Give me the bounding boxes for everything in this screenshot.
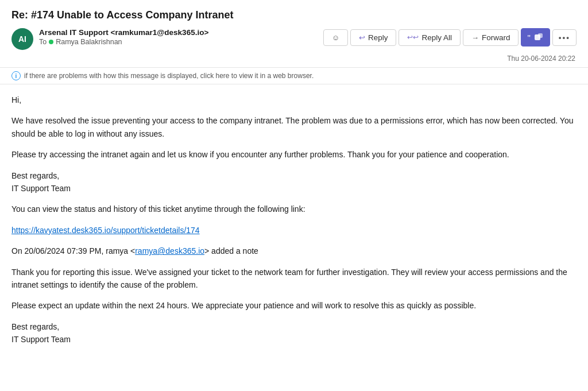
ticket-link[interactable]: https://kavyatest.desk365.io/support/tic…: [11, 226, 200, 235]
email-timestamp: Thu 20-06-2024 20:22: [507, 55, 575, 63]
timestamp-row: Thu 20-06-2024 20:22: [11, 55, 577, 63]
sender-to: To Ramya Balakrishnan: [39, 38, 208, 46]
reply-all-button[interactable]: ↩↩ Reply All: [399, 29, 461, 46]
forward-button[interactable]: → Forward: [463, 29, 519, 46]
email-header: Re: #174 Unable to Access Company Intran…: [0, 0, 588, 68]
more-options-button[interactable]: •••: [552, 29, 577, 46]
email-body[interactable]: Hi, We have resolved the issue preventin…: [0, 84, 588, 391]
note-email-link[interactable]: ramya@desk365.io: [135, 246, 204, 255]
ticket-link-paragraph: https://kavyatest.desk365.io/support/tic…: [11, 224, 577, 237]
online-status-dot: [49, 40, 53, 44]
note-intro-paragraph: On 20/06/2024 07:39 PM, ramya <ramya@des…: [11, 245, 577, 257]
info-bar: i if there are problems with how this me…: [0, 68, 588, 84]
action-buttons: ☺ Reply ↩↩ Reply All → Forward ": [323, 28, 577, 47]
ticket-text-paragraph: You can view the status and history of t…: [11, 203, 577, 215]
reply-icon: [359, 33, 365, 42]
more-icon: •••: [559, 33, 570, 42]
sender-name: Arsenal IT Support <ramkumar1@desk365.io…: [39, 28, 208, 37]
reply-label: Reply: [368, 33, 388, 42]
reply-all-icon: ↩↩: [407, 33, 419, 41]
to-label: To: [39, 38, 47, 46]
sender-info: Arsenal IT Support <ramkumar1@desk365.io…: [39, 28, 208, 46]
body-paragraph4: Please expect an update within the next …: [11, 299, 577, 312]
email-subject: Re: #174 Unable to Access Company Intran…: [11, 9, 577, 21]
body-paragraph2: Please try accessing the intranet again …: [11, 148, 577, 161]
reply-button[interactable]: Reply: [350, 29, 397, 46]
svg-rect-1: [538, 33, 543, 38]
recipient-name: Ramya Balakrishnan: [56, 38, 122, 46]
forward-icon: →: [471, 33, 479, 42]
forward-label: Forward: [482, 33, 510, 42]
email-meta-row: AI Arsenal IT Support <ramkumar1@desk365…: [11, 28, 577, 50]
body-paragraph1: We have resolved the issue preventing yo…: [11, 114, 577, 140]
info-icon: i: [11, 71, 21, 80]
body-regards2: Best regards,IT Support Team: [11, 320, 577, 346]
body-regards1: Best regards,IT Support Team: [11, 169, 577, 195]
emoji-button[interactable]: ☺: [323, 29, 348, 46]
emoji-icon: ☺: [332, 33, 339, 42]
body-greeting: Hi,: [11, 94, 577, 106]
teams-icon: ": [527, 33, 530, 42]
body-paragraph3: Thank you for reporting this issue. We'v…: [11, 266, 577, 292]
email-container: Re: #174 Unable to Access Company Intran…: [0, 0, 588, 391]
reply-all-label: Reply All: [421, 33, 452, 42]
teams-button[interactable]: ": [521, 28, 550, 47]
info-text: if there are problems with how this mess…: [24, 72, 314, 80]
avatar: AI: [11, 28, 33, 50]
teams-logo-icon: [533, 32, 544, 42]
sender-section: AI Arsenal IT Support <ramkumar1@desk365…: [11, 28, 208, 50]
